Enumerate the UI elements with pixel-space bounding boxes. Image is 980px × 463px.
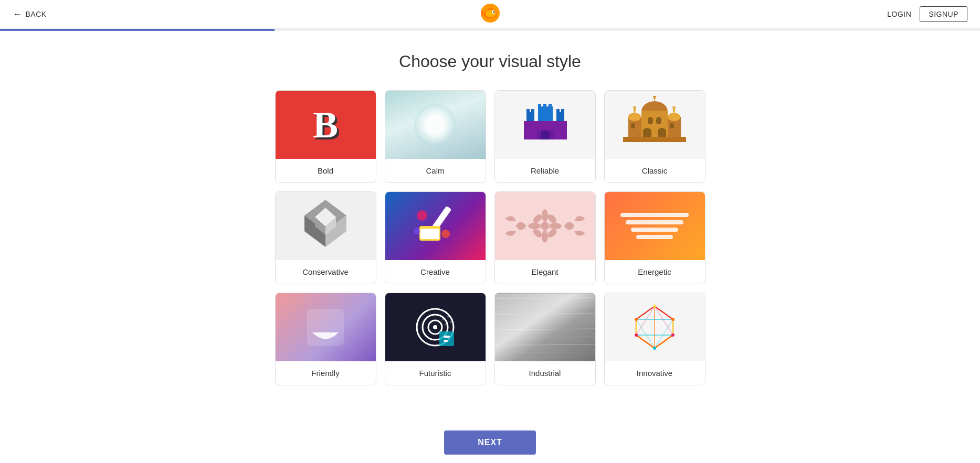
svg-point-59 xyxy=(442,318,444,320)
style-card-classic[interactable]: Classic xyxy=(604,90,705,183)
style-card-futuristic[interactable]: Futuristic xyxy=(385,293,486,385)
svg-marker-31 xyxy=(653,96,656,101)
style-card-industrial[interactable]: Industrial xyxy=(494,293,596,385)
energetic-line-3 xyxy=(631,228,678,232)
style-card-reliable[interactable]: Reliable xyxy=(494,90,596,183)
energetic-line-4 xyxy=(636,235,673,239)
svg-rect-63 xyxy=(439,331,454,346)
svg-rect-13 xyxy=(549,104,552,108)
svg-rect-11 xyxy=(538,104,541,108)
style-card-bold[interactable]: B Bold xyxy=(275,90,376,183)
svg-point-41 xyxy=(417,210,427,221)
creative-brush-icon xyxy=(409,200,461,252)
svg-rect-25 xyxy=(656,117,661,124)
svg-rect-40 xyxy=(420,229,439,239)
futuristic-target-icon xyxy=(414,306,456,348)
svg-point-60 xyxy=(447,316,449,318)
nav-right: LOGIN SIGNUP xyxy=(887,6,967,22)
friendly-smile-icon xyxy=(304,306,346,348)
style-card-calm[interactable]: Calm xyxy=(385,90,486,183)
style-card-image-creative xyxy=(385,192,486,260)
energetic-line-1 xyxy=(620,213,689,217)
style-card-elegant[interactable]: Elegant xyxy=(494,191,596,284)
style-card-label-classic: Classic xyxy=(605,159,705,182)
style-card-innovative[interactable]: Innovative xyxy=(604,293,705,385)
bold-letter-icon: B xyxy=(313,106,338,144)
svg-rect-65 xyxy=(444,340,448,342)
svg-line-84 xyxy=(655,335,673,348)
industrial-texture-icon xyxy=(495,293,595,361)
svg-rect-12 xyxy=(543,104,546,108)
svg-point-4 xyxy=(493,12,494,13)
svg-line-87 xyxy=(636,319,655,348)
bottom-bar: NEXT xyxy=(0,422,980,463)
svg-rect-9 xyxy=(526,109,530,113)
svg-line-80 xyxy=(655,306,673,319)
svg-rect-24 xyxy=(648,117,653,124)
signup-button[interactable]: SIGNUP xyxy=(920,6,967,22)
logo-container xyxy=(480,3,501,26)
svg-point-93 xyxy=(635,333,638,337)
next-button[interactable]: NEXT xyxy=(444,430,536,455)
style-card-conservative[interactable]: Conservative xyxy=(275,191,376,284)
svg-rect-7 xyxy=(538,106,553,122)
svg-rect-10 xyxy=(531,109,534,113)
svg-rect-66 xyxy=(495,294,595,361)
style-card-label-industrial: Industrial xyxy=(495,361,595,385)
page-title: Choose your visual style xyxy=(399,52,581,71)
svg-line-88 xyxy=(655,319,673,348)
style-card-label-calm: Calm xyxy=(385,159,486,182)
svg-line-85 xyxy=(655,306,673,335)
calm-circle-icon xyxy=(414,104,456,146)
svg-rect-14 xyxy=(556,109,560,113)
svg-point-48 xyxy=(528,223,541,229)
main-content: Choose your visual style B Bold Calm xyxy=(0,31,980,438)
back-arrow-icon: ← xyxy=(13,9,23,20)
svg-rect-15 xyxy=(561,109,564,113)
style-card-image-reliable xyxy=(495,91,595,159)
svg-point-92 xyxy=(653,347,656,350)
style-card-image-calm xyxy=(385,91,486,159)
svg-line-86 xyxy=(636,306,655,335)
login-button[interactable]: LOGIN xyxy=(887,10,911,18)
svg-point-94 xyxy=(635,318,638,321)
svg-point-49 xyxy=(549,223,561,229)
svg-line-83 xyxy=(636,335,655,348)
style-grid: B Bold Calm xyxy=(275,90,705,385)
style-card-image-bold: B xyxy=(276,91,376,159)
style-card-image-friendly xyxy=(276,293,376,361)
style-card-creative[interactable]: Creative xyxy=(385,191,486,284)
reliable-castle-icon xyxy=(521,101,568,148)
svg-point-46 xyxy=(542,209,548,222)
style-card-image-energetic xyxy=(605,192,705,260)
svg-point-91 xyxy=(671,333,675,337)
svg-point-90 xyxy=(671,318,675,321)
back-button[interactable]: ← BACK xyxy=(13,9,47,20)
style-card-energetic[interactable]: Energetic xyxy=(604,191,705,284)
conservative-diamond-icon xyxy=(294,197,357,255)
style-card-image-classic xyxy=(605,91,705,159)
svg-rect-27 xyxy=(670,123,674,128)
svg-rect-64 xyxy=(444,336,450,338)
svg-point-61 xyxy=(445,324,447,326)
style-card-image-innovative xyxy=(605,293,705,361)
style-card-label-friendly: Friendly xyxy=(276,361,376,385)
style-card-image-conservative xyxy=(276,192,376,260)
svg-rect-54 xyxy=(307,309,344,346)
style-card-image-futuristic xyxy=(385,293,486,361)
top-nav: ← BACK LOGIN SIGNUP xyxy=(0,0,980,29)
style-card-label-futuristic: Futuristic xyxy=(385,361,486,385)
style-card-label-innovative: Innovative xyxy=(605,361,705,385)
logo-icon xyxy=(480,3,501,24)
style-card-friendly[interactable]: Friendly xyxy=(275,293,376,385)
classic-building-icon xyxy=(623,96,686,154)
style-card-label-conservative: Conservative xyxy=(276,260,376,284)
svg-point-42 xyxy=(441,230,450,238)
innovative-gem-icon xyxy=(631,304,678,351)
elegant-floral-icon xyxy=(495,192,595,260)
style-card-label-bold: Bold xyxy=(276,159,376,182)
style-card-image-elegant xyxy=(495,192,595,260)
style-card-image-industrial xyxy=(495,293,595,361)
energetic-line-2 xyxy=(626,220,683,224)
style-card-label-creative: Creative xyxy=(385,260,486,284)
